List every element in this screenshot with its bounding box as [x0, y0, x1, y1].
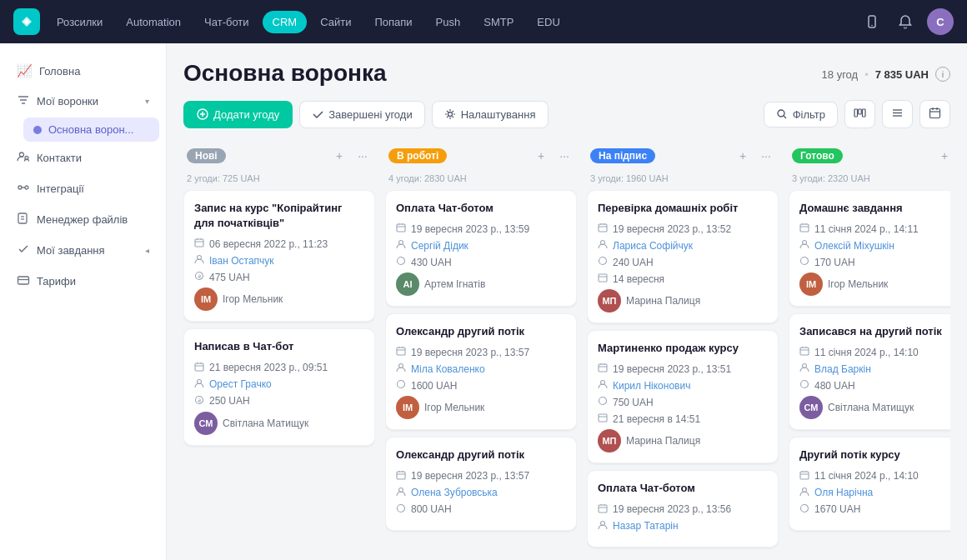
- calendar-icon: [799, 470, 809, 482]
- card-person[interactable]: Іван Остапчук: [209, 255, 274, 267]
- card-date-row: 19 вересня 2023 р., 13:57: [396, 470, 566, 482]
- add-icon: [197, 108, 208, 120]
- add-deal-button[interactable]: Додати угоду: [183, 101, 293, 128]
- card-sign-3[interactable]: Оплата Чат-ботом 19 вересня 2023 р., 13:…: [587, 470, 779, 547]
- card-date: 06 вересня 2022 р., 11:23: [209, 238, 328, 250]
- card-date: 19 вересня 2023 р., 13:57: [411, 347, 529, 358]
- card-person-row: Міла Коваленко: [396, 362, 566, 375]
- col-header-ready: Готово + ···: [789, 142, 950, 170]
- col-badge-ready: Готово: [792, 148, 843, 163]
- card-person[interactable]: Сергій Дідик: [411, 240, 468, 252]
- card-amount-row: 1670 UAH: [799, 503, 950, 516]
- card-sign-1[interactable]: Перевірка домашніх робіт 19 вересня 2023…: [587, 190, 779, 323]
- nav-push[interactable]: Push: [426, 11, 471, 33]
- card-amount: 240 UAH: [613, 257, 654, 268]
- view-kanban-button[interactable]: [844, 100, 875, 128]
- check-icon: [312, 108, 323, 120]
- column-ready: Готово + ··· 3 угоди: 2320 UAH Домашнє з…: [789, 142, 950, 560]
- sidebar-item-integrations[interactable]: Інтеграції: [7, 174, 159, 203]
- sidebar-item-tasks[interactable]: Мої завдання ◂: [7, 236, 159, 265]
- sidebar-item-files[interactable]: Менеджер файлів: [7, 205, 159, 234]
- card-person[interactable]: Оля Нарічна: [814, 487, 873, 498]
- card-amount: 800 UAH: [411, 503, 452, 515]
- column-in-progress: В роботі + ··· 4 угоди: 2830 UAH Оплата …: [385, 142, 577, 560]
- card-new-2[interactable]: Написав в Чат-бот 21 вересня 2023 р., 09…: [183, 328, 375, 445]
- col-add-ready[interactable]: +: [935, 147, 950, 165]
- card-ready-3[interactable]: Другий потік курсу 11 січня 2024 р., 14:…: [789, 437, 950, 530]
- col-menu-inprogress[interactable]: ···: [555, 147, 574, 165]
- col-add-signing[interactable]: +: [734, 147, 752, 165]
- nav-automation[interactable]: Automation: [116, 11, 191, 33]
- card-ip-1[interactable]: Оплата Чат-ботом 19 вересня 2023 р., 13:…: [385, 190, 577, 307]
- nav-right: C: [860, 8, 954, 35]
- card-new-1[interactable]: Запис на курс "Копірайтинг для початківц…: [183, 190, 375, 322]
- completed-deals-button[interactable]: Завершені угоди: [299, 101, 424, 128]
- svg-point-101: [801, 504, 809, 512]
- col-add-new[interactable]: +: [330, 147, 348, 165]
- card-amount: 750 UAH: [613, 397, 654, 408]
- nav-edu[interactable]: EDU: [527, 11, 569, 33]
- col-add-inprogress[interactable]: +: [532, 147, 550, 165]
- toolbar: Додати угоду Завершені угоди Налаштуванн…: [183, 100, 950, 128]
- calendar-icon: [598, 503, 608, 516]
- card-person[interactable]: Олексій Міхушкін: [814, 240, 894, 252]
- calendar-icon: [799, 222, 809, 235]
- card-person[interactable]: Влад Баркін: [814, 363, 871, 375]
- nav-popapi[interactable]: Попапи: [364, 11, 422, 33]
- svg-point-56: [398, 381, 405, 388]
- card-sign-2[interactable]: Мартиненко продаж курсу 19 вересня 2023 …: [587, 330, 779, 463]
- card-ready-1[interactable]: Домашнє завдання 11 січня 2024 р., 14:11…: [789, 190, 950, 307]
- card-person[interactable]: Міла Коваленко: [411, 363, 485, 375]
- filter-button[interactable]: Фільтр: [764, 102, 838, 128]
- calendar-icon: [396, 346, 406, 358]
- col-cards-ready: Домашнє завдання 11 січня 2024 р., 14:11…: [789, 190, 950, 560]
- svg-point-62: [398, 504, 405, 512]
- sidebar-item-funnels[interactable]: Мої воронки ▾: [7, 87, 159, 116]
- view-calendar-button[interactable]: [919, 100, 950, 128]
- card-ip-2[interactable]: Олександр другий потік 19 вересня 2023 р…: [385, 313, 577, 430]
- nav-rozsilky[interactable]: Розсилки: [47, 11, 113, 33]
- sidebar-item-main-funnel[interactable]: Основна ворон...: [23, 118, 159, 142]
- nav-smtp[interactable]: SMTP: [473, 11, 524, 33]
- card-ready-2[interactable]: Записався на другий потік 11 січня 2024 …: [789, 313, 950, 430]
- svg-rect-79: [599, 505, 607, 512]
- col-menu-signing[interactable]: ···: [757, 147, 775, 165]
- nav-sajty[interactable]: Сайти: [310, 11, 361, 33]
- card-amount-row: ₴ 250 UAH: [194, 395, 364, 408]
- svg-point-68: [599, 258, 607, 265]
- card-title: Мартиненко продаж курсу: [598, 341, 768, 356]
- card-ip-3[interactable]: Олександр другий потік 19 вересня 2023 р…: [385, 437, 577, 530]
- person-icon: [598, 520, 608, 532]
- info-icon[interactable]: i: [935, 67, 950, 82]
- col-menu-new[interactable]: ···: [353, 147, 372, 165]
- card-date-row: 19 вересня 2023 р., 13:56: [598, 503, 768, 516]
- card-person[interactable]: Орест Грачко: [209, 378, 272, 390]
- card-date: 11 січня 2024 р., 14:10: [814, 470, 919, 482]
- calendar-icon: [194, 362, 204, 374]
- gear-icon: [444, 108, 456, 120]
- app-logo[interactable]: [13, 8, 40, 35]
- nav-crm[interactable]: CRM: [263, 11, 308, 33]
- notifications-icon[interactable]: [894, 10, 917, 33]
- col-actions-inprogress: + ···: [532, 147, 574, 165]
- card-amount-row: 750 UAH: [598, 396, 768, 408]
- mobile-icon[interactable]: [860, 10, 884, 33]
- svg-rect-21: [854, 109, 858, 117]
- home-icon: 📈: [17, 63, 33, 78]
- view-list-button[interactable]: [882, 100, 913, 128]
- nav-chat-boty[interactable]: Чат-боти: [194, 11, 259, 33]
- settings-button[interactable]: Налаштування: [432, 101, 549, 128]
- sidebar-item-home[interactable]: 📈 Головна: [7, 57, 159, 85]
- person-icon: [396, 362, 406, 375]
- card-person[interactable]: Назар Татарін: [613, 520, 679, 532]
- card-amount: 170 UAH: [814, 257, 855, 268]
- user-avatar[interactable]: C: [927, 8, 954, 35]
- sidebar-item-tariffs[interactable]: Тарифи: [7, 267, 159, 296]
- sidebar-item-contacts[interactable]: Контакти: [7, 143, 159, 172]
- svg-point-95: [801, 381, 809, 388]
- card-person[interactable]: Лариса Софійчук: [613, 240, 693, 252]
- card-person[interactable]: Кирил Ніконович: [613, 380, 690, 392]
- person-icon: [799, 487, 809, 499]
- card-person[interactable]: Олена Зубровська: [411, 487, 498, 498]
- integrations-icon: [17, 181, 30, 197]
